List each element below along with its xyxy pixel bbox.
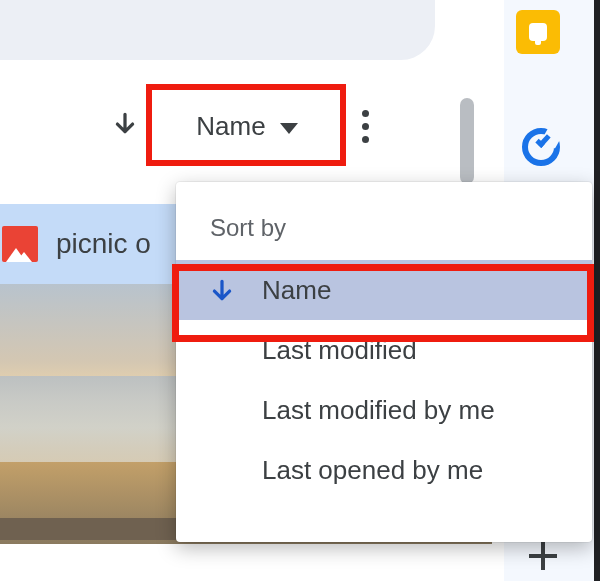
sort-option-name[interactable]: Name [176, 260, 592, 320]
sort-option-last-modified[interactable]: Last modified [176, 320, 592, 380]
image-file-icon [2, 226, 38, 262]
sort-option-last-opened-by-me[interactable]: Last opened by me [176, 440, 592, 500]
blank-icon [208, 456, 236, 484]
file-row[interactable]: picnic o [0, 204, 176, 284]
sort-option-label: Last modified [262, 335, 417, 366]
more-options-button[interactable] [362, 110, 369, 143]
sort-field-label: Name [196, 111, 265, 142]
chevron-down-icon [280, 123, 298, 134]
scrollbar-thumb[interactable] [460, 98, 474, 184]
blank-icon [208, 336, 236, 364]
sort-option-last-modified-by-me[interactable]: Last modified by me [176, 380, 592, 440]
window-edge [594, 0, 600, 581]
sort-direction-button[interactable] [112, 110, 138, 140]
sort-option-label: Last opened by me [262, 455, 483, 486]
search-bar[interactable] [0, 0, 435, 60]
sort-option-label: Last modified by me [262, 395, 495, 426]
keep-icon[interactable] [516, 10, 560, 54]
down-arrow-icon [208, 276, 236, 304]
add-addon-button[interactable] [526, 539, 560, 573]
lightbulb-icon [529, 23, 547, 41]
app-viewport: Name picnic o Sort by Name Last modified… [0, 0, 600, 581]
sort-option-label: Name [262, 275, 331, 306]
blank-icon [208, 396, 236, 424]
sort-menu: Sort by Name Last modified Last modified… [176, 182, 592, 542]
sort-field-button[interactable]: Name [154, 92, 340, 160]
down-arrow-icon [112, 110, 138, 136]
sort-menu-title: Sort by [176, 214, 592, 260]
file-name-label: picnic o [56, 228, 151, 260]
